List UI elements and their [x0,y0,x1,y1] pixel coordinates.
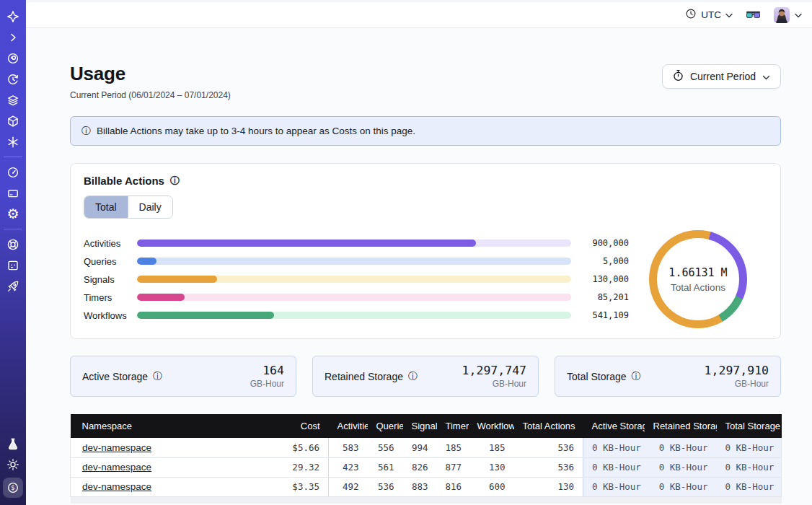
theme-sun-icon[interactable] [0,454,26,475]
table-row: dev-namespace29.324235618268771305360 KB… [71,457,782,477]
timezone-selector[interactable]: UTC [685,8,733,22]
bar-value: 541,109 [571,310,629,320]
table-cell: 0 KB-Hour [645,477,717,496]
column-header: Signals [403,414,437,438]
billable-actions-card: Billable Actions ⓘ Total Daily Activitie… [70,163,781,339]
column-header: Workflows [469,414,514,438]
partial-table-row [71,496,782,504]
column-header: Total Actions [514,414,583,438]
bar-label: Activities [84,238,137,249]
feedback-glasses-icon[interactable] [746,10,761,20]
storage-card-value: 1,297,910 [705,364,769,377]
storage-card-unit: GB-Hour [462,379,526,389]
sidebar-bottom-group: $ [0,433,26,505]
bar-label: Timers [84,292,137,303]
user-menu[interactable] [774,7,802,23]
getting-started-rocket-icon[interactable] [0,276,26,297]
total-storage-card: Total Storageⓘ 1,297,910GB-Hour [555,356,781,397]
topbar: UTC [26,2,812,28]
table-cell: 130 [514,477,583,496]
info-icon[interactable]: ⓘ [153,372,162,381]
info-icon: ⓘ [81,126,91,136]
bar-label: Workflows [84,310,137,321]
bar-track [137,240,571,247]
table-cell: 883 [403,477,437,496]
spend-coin-button[interactable]: $ [3,478,23,498]
tab-total[interactable]: Total [84,196,128,218]
table-cell: 877 [437,457,469,477]
bar-label: Queries [84,256,137,267]
labs-flask-icon[interactable] [0,433,26,454]
namespaces-icon[interactable] [0,48,26,69]
bar-track [137,258,571,265]
total-actions-value: 1.66131 M [668,266,727,279]
column-header: Namespace [71,414,251,438]
storage-card-value: 1,297,747 [462,364,526,377]
period-selector[interactable]: Current Period [662,64,781,89]
timezone-label: UTC [701,9,721,20]
table-cell: 0 KB-Hour [717,477,782,496]
bar-row: Workflows541,109 [84,307,629,325]
table-cell: 0 KB-Hour [583,477,645,496]
table-cell: 0 KB-Hour [645,438,717,457]
sidebar: ⚙ $ [0,0,26,505]
bar-value: 900,000 [571,238,629,248]
namespace-link[interactable]: dev-namespace [82,481,151,492]
table-cell: 0 KB-Hour [645,457,717,477]
info-icon[interactable]: ⓘ [170,176,180,185]
namespace-cell: dev-namespace [71,457,251,477]
storage-summary-row: Active Storageⓘ 164GB-Hour Retained Stor… [70,356,781,397]
tab-daily[interactable]: Daily [128,196,172,218]
storage-card-unit: GB-Hour [705,379,769,389]
bar-row: Signals130,000 [84,271,629,289]
stopwatch-icon [673,69,684,84]
table-cell: 536 [514,438,583,457]
bar-value: 130,000 [571,274,629,284]
table-cell: 492 [329,477,368,496]
table-cell: 0 KB-Hour [583,438,645,457]
layers-icon[interactable] [0,89,26,110]
feedback-monitor-icon[interactable] [0,255,26,276]
active-storage-card: Active Storageⓘ 164GB-Hour [70,356,296,397]
table-cell: 536 [514,457,583,477]
bar-fill [137,276,217,283]
donut-ring: 1.66131 M Total Actions [649,230,747,328]
billing-card-icon[interactable] [0,183,26,203]
temporal-logo-icon[interactable] [0,6,26,27]
info-icon[interactable]: ⓘ [632,372,641,381]
bar-row: Timers85,201 [84,289,629,307]
settings-gear-icon[interactable]: ⚙ [0,203,26,224]
page-title: Usage [70,63,231,85]
namespace-link[interactable]: dev-namespace [82,462,151,473]
expand-chevron-icon[interactable] [0,27,26,48]
bar-track [137,312,571,319]
table-cell: $5.66 [251,438,329,457]
table-cell: 185 [437,438,469,457]
info-icon[interactable]: ⓘ [408,372,418,381]
storage-card-unit: GB-Hour [250,379,284,389]
usage-gauge-icon[interactable] [0,162,26,183]
bar-track [137,276,571,283]
period-selector-label: Current Period [690,71,756,82]
table-cell: 185 [469,438,514,457]
table-cell: 994 [403,438,437,457]
table-cell: 130 [469,457,514,477]
table-cell: 0 KB-Hour [717,457,782,477]
table-header-row: NamespaceCostActivitiesQueriesSignalsTim… [71,414,782,438]
bar-label: Signals [84,274,137,285]
bar-fill [137,240,476,247]
schedules-icon[interactable] [0,69,26,89]
deployments-cube-icon[interactable] [0,110,26,131]
bar-track [137,294,571,301]
storage-card-label: Total Storage [567,371,627,382]
bar-row: Activities900,000 [84,234,629,252]
usage-page: Usage Current Period (06/01/2024 – 07/01… [26,28,812,505]
namespace-link[interactable]: dev-namespace [82,442,151,453]
support-lifebuoy-icon[interactable] [0,234,26,255]
info-banner-text: Billable Actions may take up to 3-4 hour… [97,126,415,136]
table-row: dev-namespace$5.665835569941851855360 KB… [71,438,782,457]
bar-value: 85,201 [571,292,629,302]
bar-fill [137,258,156,265]
nexus-asterisk-icon[interactable] [0,131,26,152]
namespace-table: NamespaceCostActivitiesQueriesSignalsTim… [70,414,782,504]
